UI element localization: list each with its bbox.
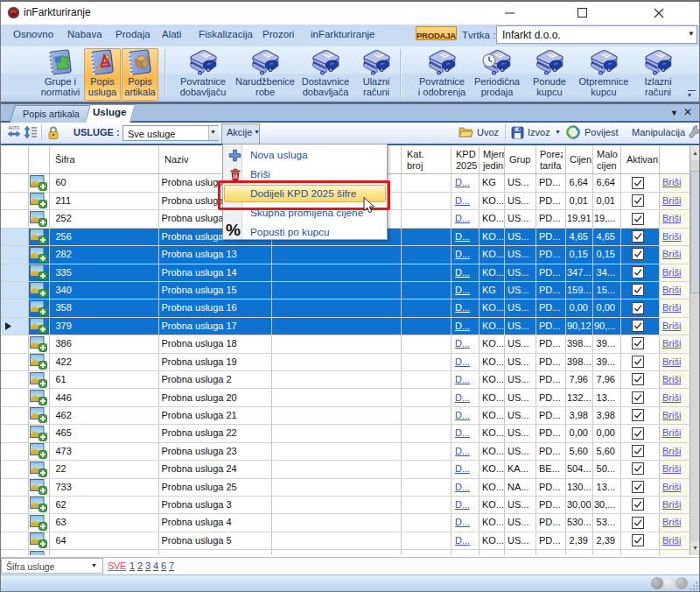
svg-text:AUTO: AUTO xyxy=(9,126,20,130)
